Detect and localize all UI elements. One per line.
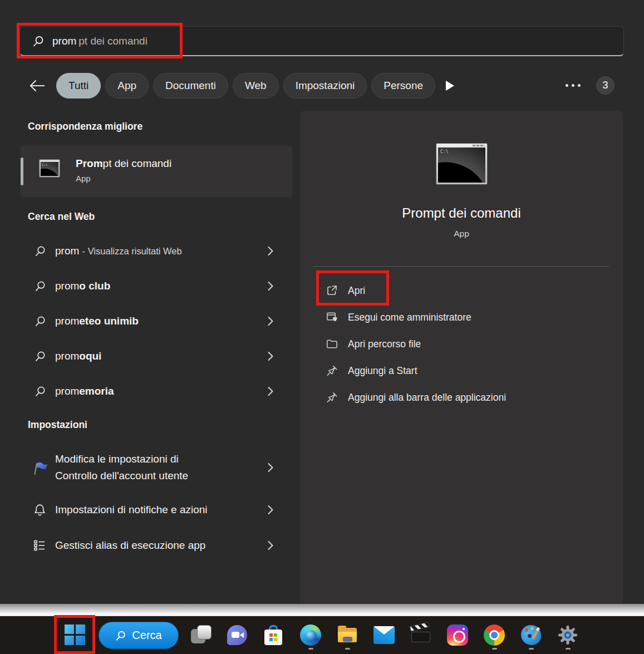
- tab-impostazioni[interactable]: Impostazioni: [283, 73, 367, 99]
- chevron-right-icon: [268, 282, 273, 291]
- best-match-item[interactable]: C:\ Prompt dei comandi App: [21, 146, 292, 197]
- taskbar: [0, 616, 644, 654]
- chevron-right-icon: [268, 352, 273, 361]
- command-prompt-icon: C:\: [39, 159, 60, 178]
- settings-result-row[interactable]: Impostazioni di notifiche e azioni: [21, 493, 292, 527]
- action-pin-to-taskbar[interactable]: Aggiungi alla barra delle applicazioni: [311, 384, 612, 411]
- chevron-right-icon: [268, 505, 273, 515]
- divider: [314, 266, 609, 267]
- tab-tutti[interactable]: Tutti: [56, 73, 101, 99]
- web-suggestion-row[interactable]: promemoria: [21, 374, 292, 409]
- detail-subtitle: App: [300, 229, 623, 239]
- app-alias-list-icon: [33, 539, 46, 552]
- tab-documenti[interactable]: Documenti: [153, 73, 228, 99]
- gear-icon: [557, 625, 578, 646]
- action-run-as-admin[interactable]: Esegui come amministratore: [311, 304, 612, 331]
- mail-button[interactable]: [373, 626, 395, 644]
- detail-title: Prompt dei comandi: [300, 205, 623, 221]
- notification-badge[interactable]: 3: [596, 76, 614, 95]
- section-header-best-match: Corrispondenza migliore: [28, 121, 142, 132]
- web-suggestion-row[interactable]: prometeo unimib: [21, 304, 292, 338]
- chevron-right-icon: [268, 317, 273, 326]
- tab-web[interactable]: Web: [233, 73, 279, 99]
- uac-flag-icon: [33, 459, 50, 476]
- paint-button[interactable]: [520, 625, 542, 646]
- search-typed-text: prom: [52, 35, 76, 47]
- edge-icon: [300, 625, 321, 646]
- bell-icon: [33, 503, 47, 517]
- best-match-title: Prompt dei comandi: [76, 158, 171, 170]
- detail-panel: C:\ Prompt dei comandi App Apri Esegui c…: [300, 111, 623, 606]
- web-suggestion-row[interactable]: promoqui: [21, 339, 292, 373]
- clapperboard-icon: [411, 632, 430, 642]
- search-icon: [35, 351, 46, 362]
- section-header-web: Cerca nel Web: [28, 211, 95, 223]
- tab-persone[interactable]: Persone: [371, 73, 435, 99]
- more-tabs-arrow-icon[interactable]: [446, 81, 454, 91]
- action-open-file-location[interactable]: Apri percorso file: [311, 331, 612, 357]
- search-suggestion-text: pt dei comandi: [78, 35, 148, 47]
- running-indicator: [345, 648, 350, 650]
- instagram-button[interactable]: [447, 625, 468, 646]
- pin-icon: [326, 391, 338, 404]
- search-input[interactable]: prom pt dei comandi: [19, 26, 624, 56]
- microsoft-store-button[interactable]: [263, 625, 284, 646]
- back-button[interactable]: [28, 80, 47, 92]
- command-prompt-icon-large: C:\: [436, 143, 488, 185]
- taskbar-search-label: Cerca: [132, 629, 161, 642]
- more-options-icon[interactable]: [566, 84, 581, 87]
- chevron-right-icon: [268, 541, 273, 550]
- settings-button[interactable]: [557, 625, 578, 646]
- web-suggestion-row[interactable]: prom - Visualizza risultati Web: [21, 234, 292, 268]
- edge-browser-button[interactable]: [300, 625, 321, 646]
- tab-app[interactable]: App: [105, 73, 149, 99]
- chat-button[interactable]: [227, 625, 248, 646]
- chrome-button[interactable]: [484, 625, 505, 646]
- action-pin-to-start[interactable]: Aggiungi a Start: [311, 357, 612, 384]
- search-icon: [35, 245, 46, 257]
- chevron-right-icon: [268, 463, 273, 473]
- running-indicator: [492, 648, 497, 650]
- settings-result-row[interactable]: Gestisci alias di esecuzione app: [21, 528, 292, 563]
- action-open[interactable]: Apri: [311, 277, 612, 304]
- desktop-strip: [0, 604, 644, 616]
- folder-icon: [326, 338, 338, 351]
- chevron-right-icon: [268, 247, 273, 256]
- mail-icon: [373, 626, 395, 644]
- task-view-button[interactable]: [191, 625, 212, 646]
- search-icon: [35, 316, 46, 327]
- section-header-settings: Impostazioni: [28, 419, 87, 431]
- running-indicator: [308, 648, 313, 650]
- windows-search-screen: { "colors": { "annotation": "#e81b17", "…: [0, 0, 644, 654]
- taskbar-search-button[interactable]: Cerca: [99, 622, 179, 649]
- web-suggestion-row[interactable]: promo club: [21, 269, 292, 303]
- search-icon: [35, 386, 46, 397]
- chevron-right-icon: [268, 387, 273, 396]
- movies-tv-button[interactable]: [410, 625, 431, 646]
- best-match-subtitle: App: [76, 174, 91, 183]
- filter-tabs: Tutti App Documenti Web Impostazioni Per…: [28, 73, 435, 99]
- running-indicator: [529, 648, 534, 650]
- selection-indicator: [21, 158, 23, 185]
- run-as-admin-shield-icon: [326, 311, 338, 324]
- search-icon: [32, 35, 45, 47]
- instagram-icon: [447, 625, 468, 646]
- running-indicator: [566, 648, 571, 650]
- settings-result-row[interactable]: Modifica le impostazioni di Controllo de…: [21, 445, 292, 490]
- start-button[interactable]: [65, 625, 85, 645]
- open-external-icon: [326, 284, 338, 297]
- chrome-icon: [484, 625, 505, 646]
- file-explorer-button[interactable]: [337, 625, 358, 646]
- pin-icon: [326, 365, 338, 377]
- search-icon: [35, 281, 46, 292]
- search-icon: [115, 630, 126, 641]
